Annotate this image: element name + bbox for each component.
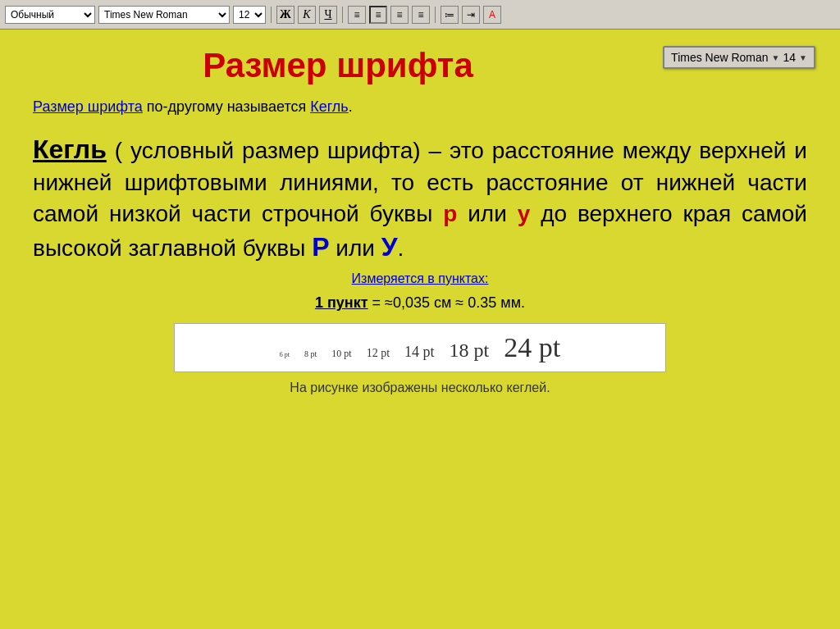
point-term: 1 пункт <box>315 294 368 311</box>
style-select[interactable]: Обычный <box>5 6 95 24</box>
indent-button[interactable]: ⇥ <box>462 6 480 24</box>
font-display-box: Times New Roman ▼ 14 ▼ <box>663 46 815 69</box>
align-center-button[interactable]: ≡ <box>369 6 387 24</box>
toolbar: Обычный Times New Roman 12 Ж К Ч ≡ ≡ ≡ ≡… <box>0 0 840 30</box>
letter-big-p: Р <box>312 232 329 262</box>
separator-1 <box>271 7 272 23</box>
font-select[interactable]: Times New Roman <box>98 6 230 24</box>
letter-p: р <box>443 201 457 226</box>
font-dropdown-arrow[interactable]: ▼ <box>772 53 780 62</box>
align-justify-button[interactable]: ≡ <box>412 6 430 24</box>
font-display-name: Times New Roman <box>671 51 769 64</box>
italic-button[interactable]: К <box>298 6 316 24</box>
point-definition: 1 пункт = ≈0,035 см ≈ 0.35 мм. <box>33 294 807 312</box>
main-paragraph: Кегль ( условный размер шрифта) – это ра… <box>33 132 807 265</box>
bold-button[interactable]: Ж <box>276 6 294 24</box>
measurement-note: Измеряется в пунктах: <box>33 271 807 286</box>
font-display-size: 14 <box>783 51 797 64</box>
size-dropdown-arrow[interactable]: ▼ <box>799 53 807 62</box>
size-18pt: 18 pt <box>450 340 490 362</box>
size-demo-box: 6 pt 8 pt 10 pt 12 pt 14 pt 18 pt 24 pt <box>174 323 666 372</box>
subtitle-link-1[interactable]: Размер шрифта <box>33 98 143 115</box>
list-button[interactable]: ≔ <box>441 6 459 24</box>
size-select[interactable]: 12 <box>233 6 266 24</box>
content-area: Times New Roman ▼ 14 ▼ Размер шрифта Раз… <box>0 30 840 629</box>
caption: На рисунке изображены несколько кеглей. <box>33 381 807 395</box>
size-12pt: 12 pt <box>367 347 390 360</box>
subtitle-link-2[interactable]: Кегль <box>310 98 349 115</box>
subtitle-period: . <box>349 98 353 115</box>
def-or: или <box>330 235 381 261</box>
term-kegel: Кегль <box>33 134 107 164</box>
def-period: . <box>398 235 404 261</box>
size-6pt: 6 pt <box>280 351 290 358</box>
separator-2 <box>342 7 343 23</box>
letter-y: у <box>518 201 531 226</box>
color-button[interactable]: A <box>483 6 501 24</box>
letter-big-y: У <box>381 232 398 262</box>
size-8pt: 8 pt <box>304 349 317 358</box>
size-24pt: 24 pt <box>504 332 560 363</box>
separator-3 <box>435 7 436 23</box>
subtitle-line: Размер шрифта по-другому называется Кегл… <box>33 98 807 116</box>
align-right-button[interactable]: ≡ <box>390 6 409 24</box>
size-10pt: 10 pt <box>331 348 351 360</box>
def-middle: или <box>457 201 517 226</box>
align-left-button[interactable]: ≡ <box>348 6 366 24</box>
subtitle-text: по-другому называется <box>143 98 310 115</box>
underline-button[interactable]: Ч <box>319 6 337 24</box>
size-14pt: 14 pt <box>404 344 435 361</box>
point-def-text: = ≈0,035 см ≈ 0.35 мм. <box>368 294 525 311</box>
